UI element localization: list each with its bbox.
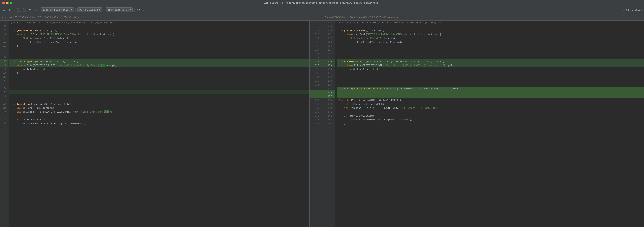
gutter-row-20: 137 (310, 94, 335, 98)
left-line-122: .find(this)?.groups?.get(1)?.value (10, 40, 309, 44)
gutter-row-27: 141144 (310, 121, 335, 125)
gutter-row-24: 138141 (310, 110, 335, 114)
right-line-143: urlCache.writeText(URL(scriptURL).readTe… (337, 118, 644, 121)
left-line-139: val urlHash = md5(scriptURL) (10, 106, 309, 110)
highlight-label: Highlight words (108, 9, 129, 11)
right-line-140: val urlCache = File(KSCRIPT_CACHE_DIR, "… (337, 106, 644, 110)
separator-1 (14, 8, 14, 12)
right-line-135: fun String.stripShebang(): String = line… (337, 87, 644, 90)
left-line-136 (10, 94, 309, 98)
highlight-dropdown-arrow: ▼ (130, 9, 131, 11)
left-line-117: /** see discussion on https://github.com… (10, 21, 309, 25)
left-line-142: if (!urlCache.isFile) { (10, 118, 309, 121)
right-line-142: if (!urlCache.isFile) { (337, 114, 644, 118)
left-line-120: return evalBash("KOTLIN_RUNNER=1 JAVACMD… (10, 32, 309, 36)
gutter-row-19: 136 (310, 90, 335, 94)
toolbar: ▲ ▼ ⬛ ⬛ ⇔ ⇕ Side-by-side viewer ▼ Do not… (0, 6, 644, 14)
gutter-row-26: 140143 (310, 118, 335, 121)
diff-count: 5 differences (623, 9, 642, 11)
right-line-144: } (337, 121, 644, 125)
expand-icon: ⇔ (29, 8, 32, 12)
separator-2 (39, 8, 39, 12)
left-line-129: writeText(scriptText) (10, 67, 309, 71)
nav-prev-button[interactable]: ▲ (2, 8, 6, 12)
separator-5 (134, 8, 135, 12)
expand-button[interactable]: ⇔ (28, 8, 32, 12)
gutter-row-2: 118119 (310, 25, 335, 29)
right-panel: /** see discussion on https://github.com… (335, 21, 644, 227)
left-line-141 (10, 114, 309, 118)
maximize-button[interactable] (10, 2, 12, 4)
viewer-dropdown[interactable]: Side-by-side viewer ▼ (41, 7, 74, 13)
right-line-123: .find(this)?.groups?.get(1)?.value (337, 40, 644, 44)
right-line-134 (337, 83, 644, 87)
minimize-button[interactable] (6, 2, 8, 4)
nav-next-button[interactable]: ▼ (7, 8, 12, 12)
gutter-row-15: 131132 (310, 75, 335, 79)
right-line-133 (337, 79, 644, 83)
right-line-132: } (337, 75, 644, 79)
right-line-126 (337, 52, 644, 56)
gutter-row-9: 125126 (310, 52, 335, 56)
close-button[interactable] (2, 2, 5, 4)
right-line-137 (337, 94, 644, 98)
right-line-125: } (337, 48, 644, 52)
right-line-120: fun guessKotlinHome(): String? { (337, 29, 644, 32)
window-controls (2, 2, 12, 4)
gutter-row-5: 121122 (310, 36, 335, 40)
left-line-135 (10, 90, 309, 94)
gutter-row-10: 126127 (310, 56, 335, 60)
right-code-area: /** see discussion on https://github.com… (335, 21, 644, 227)
arrow-down-icon: ▼ (8, 8, 11, 12)
gutter-row-18: 134135 (310, 87, 335, 90)
collapse-icon: ⇕ (34, 8, 36, 12)
right-line-131: } (337, 71, 644, 75)
separator-4 (104, 8, 104, 12)
left-line-137 (10, 98, 309, 102)
left-line-143: urlCache.writeText(URL(scriptURL).readTe… (10, 121, 309, 125)
gutter-row-11: 127128 (310, 60, 335, 63)
left-line-133 (10, 83, 309, 87)
copy-left-button[interactable]: ⬛ (16, 8, 21, 12)
panels: 117 118 119 120 121 122 123 124 125 126 … (0, 21, 644, 227)
ignore-label: Do not ignore (79, 9, 98, 11)
gutter-row-4: 120121 (310, 32, 335, 36)
left-line-121: "kotlin.home=([^\\s]*)".toRegex() (10, 36, 309, 40)
right-line-138: fun fetchFromURL(scriptURL: String): Fil… (337, 98, 644, 102)
left-line-125 (10, 52, 309, 56)
left-line-128: return File(SCRIPT_TEMP_DIR, "scriptlet.… (10, 63, 309, 67)
copy-right-button[interactable]: ⬛ (22, 8, 27, 12)
left-line-123: } (10, 44, 309, 48)
gutter-row-21: 135138 (310, 98, 335, 102)
left-line-130: } (10, 71, 309, 75)
gutter-row-8: 124125 (310, 48, 335, 52)
help-button[interactable]: ? (142, 8, 145, 12)
highlight-dropdown[interactable]: Highlight words ▼ (106, 7, 133, 13)
left-line-numbers: 117 118 119 120 121 122 123 124 125 126 … (0, 21, 10, 227)
left-line-127: fun createTmpScript(scriptText: String):… (10, 60, 309, 63)
gutter-row-1: 117118 (310, 21, 335, 25)
right-line-127 (337, 56, 644, 60)
settings-button[interactable]: ⚙ (136, 8, 141, 12)
gutter-row-3: 119120 (310, 29, 335, 32)
right-line-121: return evalBash("KOTLIN_RUNNER=1 JAVACMD… (337, 32, 644, 36)
right-file-hash: 7365c06747ab34ccf26aac71d4a1851e9305a0cb… (324, 16, 398, 19)
left-line-124: } (10, 48, 309, 52)
left-line-134 (10, 87, 309, 90)
gutter-row-23: 137140 (310, 106, 335, 110)
right-line-122: "kotlin.home=([^\\s]*)".toRegex() (337, 36, 644, 40)
right-line-136 (337, 90, 644, 94)
separator-3 (76, 8, 76, 12)
viewer-dropdown-arrow: ▼ (71, 9, 72, 11)
collapse-button[interactable]: ⇕ (33, 8, 37, 12)
left-file-header: ✓ a7e5f578c92d8b2539a69a79224e6d93cca6be… (0, 14, 322, 21)
left-panel: 117 118 119 120 121 122 123 124 125 126 … (0, 21, 309, 227)
left-line-126 (10, 56, 309, 60)
gutter-row-16: 132133 (310, 79, 335, 83)
window-title: AppHelpers.kt (/Users/brandl/projects/ko… (264, 2, 380, 4)
gutter-row-14: 130131 (310, 71, 335, 75)
left-file-hash: a7e5f578c92d8b2539a69a79224e6d93cca6bef8… (5, 16, 79, 19)
gutter-center: 117118 118119 119120 120121 121122 12212… (309, 21, 335, 227)
arrow-up-icon: ▲ (2, 8, 6, 12)
ignore-dropdown[interactable]: Do not ignore ▼ (78, 7, 102, 13)
